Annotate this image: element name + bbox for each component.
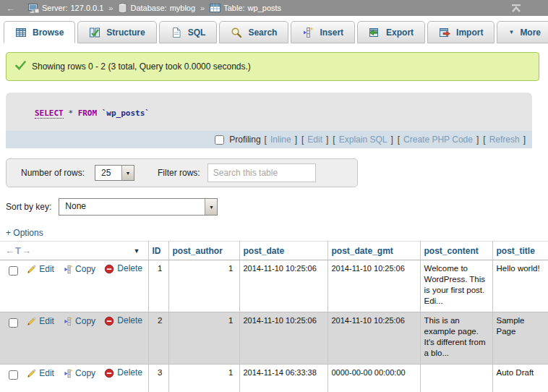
column-header-id[interactable]: ID [148,242,168,260]
delete-label: Delete [117,315,142,326]
tab-structure[interactable]: Structure [77,21,156,43]
tab-label: Export [386,27,414,38]
bracket: [ [483,135,485,145]
inline-link[interactable]: Inline [270,135,291,145]
breadcrumb-server[interactable]: Server: 127.0.0.1 [28,3,103,14]
tab-sql[interactable]: SQL [159,21,218,43]
bracket: [ [398,135,400,145]
row-checkbox[interactable] [9,370,18,380]
edit-link[interactable]: Edit [27,316,54,327]
row-actions: Edit Copy Delete [0,365,148,392]
breadcrumb-separator: » [108,4,113,12]
table-row: Edit Copy Delete 2 1 2014-11-10 10:25:06… [0,312,548,365]
tab-label: Insert [320,27,343,38]
cell-post-title: Sample Page [492,312,548,365]
column-header-post-content[interactable]: post_content [420,242,492,260]
tab-search[interactable]: Search [219,21,288,43]
column-header-post-date-gmt[interactable]: post_date_gmt [327,242,420,260]
sql-select-keyword[interactable]: SELECT [35,108,64,119]
tab-insert[interactable]: Insert [291,21,355,43]
sql-query-box: SELECT * FROM `wp_posts` Profiling [ Inl… [6,93,532,148]
tab-export[interactable]: Export [357,21,425,43]
profiling-checkbox[interactable] [215,135,224,145]
delete-link[interactable]: Delete [104,367,142,378]
cell-post-date: 2014-11-14 06:33:38 [239,365,327,392]
header-row: ←T→ ▼ ID post_author post_date post_date… [0,242,548,260]
refresh-link[interactable]: Refresh [489,135,520,145]
actions-header: ←T→ ▼ [0,242,148,260]
column-header-post-date[interactable]: post_date [239,242,327,260]
scroll-to-top-icon[interactable] [510,3,522,13]
row-checkbox[interactable] [9,266,18,276]
sql-from-keyword: FROM [78,108,98,118]
cell-post-content: Welcome to WordPress. This is your first… [420,260,492,312]
success-check-icon [15,61,26,72]
dropdown-arrow-icon: ▼ [121,166,134,180]
phpmyadmin-page: ← Server: 127.0.0.1 » Database: myblog »… [0,0,548,392]
cell-post-content: This is an example page. It's different … [420,312,492,365]
copy-label: Copy [75,368,95,379]
results-table: ←T→ ▼ ID post_author post_date post_date… [0,241,548,392]
tab-more[interactable]: ▼ More [497,21,548,43]
cell-post-date-gmt: 2014-11-10 10:25:06 [327,260,420,312]
tab-label: Browse [33,27,64,38]
status-message-text: Showing rows 0 - 2 (3 total, Query took … [32,61,251,72]
rows-per-page-value: 25 [95,166,121,180]
explain-sql-link[interactable]: Explain SQL [339,135,388,145]
cell-id: 1 [148,260,168,312]
breadcrumb-table[interactable]: Table: wp_posts [210,3,281,13]
insert-icon [302,27,314,38]
tab-label: Structure [106,27,145,38]
column-header-post-author[interactable]: post_author [168,242,239,260]
edit-pencil-icon [27,317,36,326]
edit-query-link[interactable]: Edit [307,135,322,145]
breadcrumb-database[interactable]: Database: myblog [118,3,195,14]
create-php-code-link[interactable]: Create PHP Code [403,135,473,145]
cell-post-author: 1 [168,260,239,312]
edit-pencil-icon [27,265,36,274]
server-label: Server: [42,4,67,12]
delete-link[interactable]: Delete [104,315,142,326]
copy-link[interactable]: Copy [63,264,95,275]
tab-label: Import [456,27,483,38]
edit-link[interactable]: Edit [27,264,54,275]
column-options-icon[interactable]: ←T→ [5,245,32,256]
table-row: Edit Copy Delete 3 1 2014-11-14 06:33:38… [0,365,548,392]
bracket: [ [265,135,267,145]
collapse-panel-icon[interactable]: ← [6,3,25,14]
cell-post-author: 1 [168,312,239,365]
sort-key-select[interactable]: None ▼ [59,198,218,216]
tab-label: SQL [188,27,206,38]
rows-per-page-select[interactable]: 25 ▼ [95,165,134,181]
bracket: ] [476,135,479,145]
delete-icon [104,368,114,378]
tab-browse[interactable]: Browse [4,21,75,43]
edit-pencil-icon [27,369,36,378]
sql-table-identifier: `wp_posts` [102,108,150,118]
row-checkbox[interactable] [9,318,18,328]
profiling-label: Profiling [229,135,260,145]
sort-dropdown-icon[interactable]: ▼ [134,247,140,255]
filter-input[interactable] [207,163,316,182]
cell-id: 2 [148,312,168,365]
bracket: [ [333,135,335,145]
copy-label: Copy [75,264,95,275]
edit-link[interactable]: Edit [27,368,54,379]
column-header-post-title[interactable]: post_title [492,242,548,260]
copy-link[interactable]: Copy [63,368,95,379]
copy-link[interactable]: Copy [63,316,95,327]
search-icon [231,27,242,38]
tab-import[interactable]: Import [427,21,495,43]
delete-link[interactable]: Delete [104,263,142,274]
cell-post-date-gmt: 0000-00-00 00:00:00 [327,365,420,392]
dropdown-arrow-icon: ▼ [205,199,217,215]
sql-query: SELECT * FROM `wp_posts` [6,93,532,131]
options-toggle[interactable]: + Options [6,228,43,238]
tab-label: Search [248,27,277,38]
sql-star: * [68,108,73,118]
cell-post-date: 2014-11-10 10:25:06 [239,260,327,312]
copy-label: Copy [75,316,95,327]
rows-control-bar: Number of rows: 25 ▼ Filter rows: [6,158,358,187]
browse-icon [15,27,27,38]
export-icon [369,27,380,38]
